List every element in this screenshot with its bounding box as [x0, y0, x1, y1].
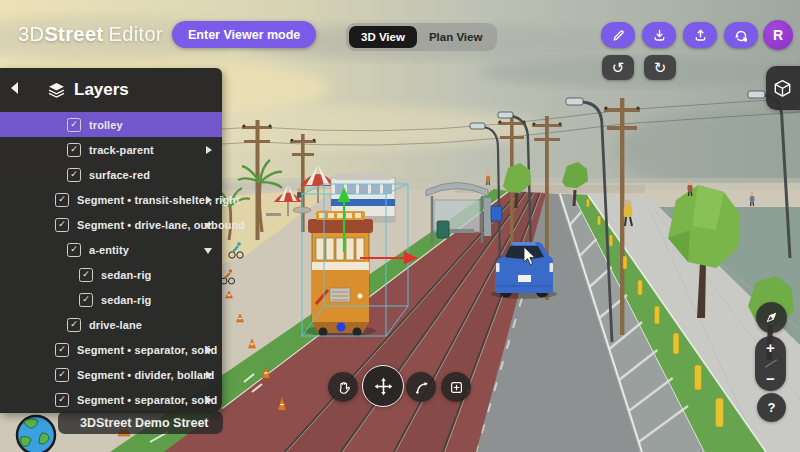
hand-icon — [336, 380, 351, 395]
zoom-out-button[interactable]: − — [755, 372, 786, 386]
layer-row[interactable]: ✓Segment • divider, bollard — [0, 362, 222, 387]
logo-3d: 3D — [18, 23, 44, 45]
layer-row[interactable]: ✓track-parent — [0, 137, 222, 162]
move-icon — [374, 377, 393, 396]
undo-button[interactable]: ↺ — [602, 55, 634, 80]
upload-button[interactable] — [683, 22, 717, 48]
tab-plan-view[interactable]: Plan View — [417, 31, 494, 43]
layer-label: Segment • divider, bollard — [77, 369, 214, 381]
screenshot-button[interactable] — [724, 22, 758, 48]
checkbox-checked-icon[interactable]: ✓ — [55, 343, 69, 357]
checkbox-checked-icon[interactable]: ✓ — [55, 193, 69, 207]
layers-icon — [48, 82, 65, 99]
layer-label: Segment • drive-lane, outbound — [77, 219, 245, 231]
scene-title: 3DStreet Demo Street — [80, 416, 209, 430]
layer-label: sedan-rig — [101, 269, 151, 281]
curve-path-tool-button[interactable] — [406, 372, 436, 402]
enter-viewer-mode-button[interactable]: Enter Viewer mode — [172, 21, 316, 48]
compass-icon — [763, 309, 780, 326]
layer-row[interactable]: ✓drive-lane — [0, 312, 222, 337]
layer-label: Segment • separator, solid — [77, 344, 217, 356]
layers-panel: Layers ✓trolley✓track-parent✓surface-red… — [0, 68, 222, 413]
checkbox-checked-icon[interactable]: ✓ — [67, 318, 81, 332]
screenshot-icon — [733, 27, 749, 43]
redo-button[interactable]: ↻ — [644, 55, 676, 80]
layer-row[interactable]: ✓trolley — [0, 112, 222, 137]
logo-street: Street — [44, 23, 103, 45]
scene-title-pill[interactable]: 3DStreet Demo Street — [58, 411, 223, 434]
upload-icon — [693, 28, 708, 43]
chevron-down-icon[interactable] — [204, 248, 212, 254]
chevron-right-icon[interactable] — [206, 196, 212, 204]
layer-label: a-entity — [89, 244, 129, 256]
compass-button[interactable] — [756, 302, 787, 333]
add-entity-icon — [449, 380, 464, 395]
view-mode-toggle[interactable]: 3D View Plan View — [346, 23, 497, 51]
layer-list: ✓trolley✓track-parent✓surface-red✓Segmen… — [0, 112, 222, 412]
edit-button[interactable] — [601, 22, 635, 48]
checkbox-checked-icon[interactable]: ✓ — [67, 168, 81, 182]
layer-row[interactable]: ✓sedan-rig — [0, 262, 222, 287]
layer-row[interactable]: ✓sedan-rig — [0, 287, 222, 312]
layers-panel-header: Layers — [0, 68, 222, 112]
layer-label: trolley — [89, 119, 123, 131]
perspective-cube-button[interactable] — [766, 66, 800, 110]
checkbox-checked-icon[interactable]: ✓ — [79, 293, 93, 307]
layer-label: drive-lane — [89, 319, 142, 331]
cube-icon — [773, 79, 792, 98]
pencil-icon — [611, 28, 626, 43]
add-entity-button[interactable] — [441, 372, 471, 402]
collapse-panel-icon[interactable] — [11, 82, 18, 94]
download-icon — [652, 28, 667, 43]
globe-icon — [14, 413, 58, 452]
zoom-controls: + − — [755, 336, 786, 391]
chevron-right-icon[interactable] — [206, 346, 212, 354]
layer-label: sedan-rig — [101, 294, 151, 306]
checkbox-checked-icon[interactable]: ✓ — [67, 143, 81, 157]
layer-row[interactable]: ✓Segment • drive-lane, outbound — [0, 212, 222, 237]
zoom-divider — [764, 359, 776, 367]
layer-label: Segment • transit-shelter, right — [77, 194, 240, 206]
checkbox-checked-icon[interactable]: ✓ — [67, 243, 81, 257]
layer-label: surface-red — [89, 169, 150, 181]
checkbox-checked-icon[interactable]: ✓ — [55, 368, 69, 382]
layer-row[interactable]: ✓Segment • separator, solid — [0, 337, 222, 362]
logo-editor: Editor — [108, 23, 163, 45]
chevron-right-icon[interactable] — [206, 371, 212, 379]
move-tool-button[interactable] — [362, 365, 404, 407]
3dstreet-editor-app: 3DStreetEditor Enter Viewer mode 3D View… — [0, 0, 800, 452]
tab-3d-view[interactable]: 3D View — [349, 26, 417, 48]
curve-path-icon — [414, 380, 429, 395]
checkbox-checked-icon[interactable]: ✓ — [55, 218, 69, 232]
checkbox-checked-icon[interactable]: ✓ — [79, 268, 93, 282]
layer-row[interactable]: ✓a-entity — [0, 237, 222, 262]
app-logo: 3DStreetEditor — [18, 23, 163, 46]
checkbox-checked-icon[interactable]: ✓ — [67, 118, 81, 132]
chevron-right-icon[interactable] — [206, 146, 212, 154]
layer-label: Segment • separator, solid — [77, 394, 217, 406]
layer-row[interactable]: ✓Segment • separator, solid — [0, 387, 222, 412]
geospatial-globe-button[interactable] — [14, 413, 58, 452]
download-button[interactable] — [642, 22, 676, 48]
trolley[interactable] — [304, 211, 376, 337]
layer-label: track-parent — [89, 144, 154, 156]
layers-panel-title: Layers — [74, 80, 129, 100]
help-icon: ? — [768, 400, 776, 415]
zoom-in-button[interactable]: + — [755, 341, 786, 355]
layer-row[interactable]: ✓Segment • transit-shelter, right — [0, 187, 222, 212]
layer-row[interactable]: ✓surface-red — [0, 162, 222, 187]
user-avatar[interactable]: R — [763, 20, 793, 50]
undo-icon: ↺ — [612, 60, 625, 75]
checkbox-checked-icon[interactable]: ✓ — [55, 393, 69, 407]
chevron-right-icon[interactable] — [206, 396, 212, 404]
redo-icon: ↻ — [654, 60, 667, 75]
help-button[interactable]: ? — [757, 393, 786, 422]
pan-tool-button[interactable] — [328, 372, 358, 402]
chevron-down-icon[interactable] — [204, 223, 212, 229]
